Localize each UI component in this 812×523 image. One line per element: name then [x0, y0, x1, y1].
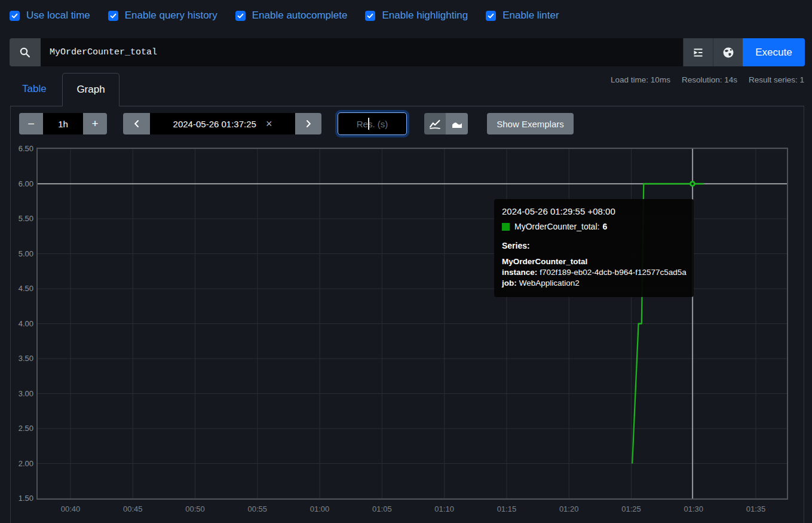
- x-tick-label: 00:55: [236, 504, 279, 513]
- tab-graph[interactable]: Graph: [62, 73, 119, 106]
- option-enable-linter[interactable]: Enable linter: [486, 10, 559, 22]
- x-tick-label: 00:40: [49, 504, 92, 513]
- chevron-right-icon: [304, 119, 313, 129]
- duration-control: − 1h +: [19, 113, 107, 134]
- resolution: Resolution: 14s: [682, 75, 737, 84]
- time-back-button[interactable]: [123, 113, 150, 134]
- y-tick-label: 6.00: [4, 179, 33, 188]
- x-tick-label: 00:45: [111, 504, 154, 513]
- end-time-value: 2024-05-26 01:37:25: [173, 119, 256, 129]
- check-icon: [487, 12, 495, 20]
- use-local-time-label: Use local time: [26, 10, 90, 22]
- decrease-range-button[interactable]: −: [19, 113, 43, 134]
- x-tick-label: 00:50: [174, 504, 217, 513]
- y-tick-label: 2.00: [4, 459, 33, 468]
- enable-autocomplete-checkbox[interactable]: [235, 11, 246, 21]
- text-caret: [368, 118, 369, 130]
- increase-range-button[interactable]: +: [83, 113, 107, 134]
- prometheus-graph-page: { "options": { "items": [ { "label": "Us…: [0, 0, 812, 523]
- y-tick-label: 5.00: [4, 249, 33, 258]
- globe-icon: [722, 47, 734, 59]
- line-chart-button[interactable]: [424, 113, 446, 134]
- x-tick-label: 01:10: [423, 504, 466, 513]
- options-row: Use local timeEnable query historyEnable…: [10, 10, 559, 22]
- metrics-explorer-icon: [693, 47, 704, 58]
- hover-tooltip: 2024-05-26 01:29:55 +08:00 MyOrderCounte…: [494, 199, 694, 297]
- tooltip-series-text: MyOrderCounter_total:: [514, 222, 599, 231]
- tooltip-labels: instance:f702f189-eb02-4dcb-b964-f12577c…: [502, 267, 686, 289]
- enable-highlighting-label: Enable highlighting: [382, 10, 468, 22]
- resolution-control: [338, 112, 407, 135]
- metrics-explorer-button[interactable]: [683, 38, 713, 66]
- show-exemplars-button[interactable]: Show Exemplars: [487, 113, 574, 134]
- option-enable-autocomplete[interactable]: Enable autocomplete: [235, 10, 348, 22]
- tooltip-timestamp: 2024-05-26 01:29:55 +08:00: [502, 206, 686, 216]
- line-chart-icon: [429, 119, 441, 129]
- chart-type-toggle: [424, 113, 468, 134]
- globe-button[interactable]: [713, 38, 743, 66]
- check-icon: [11, 12, 19, 20]
- x-tick-label: 01:20: [547, 504, 590, 513]
- enable-query-history-checkbox[interactable]: [108, 11, 118, 21]
- tooltip-label-row: instance:f702f189-eb02-4dcb-b964-f12577c…: [502, 267, 686, 278]
- y-tick-label: 4.00: [4, 319, 33, 328]
- time-forward-button[interactable]: [295, 113, 321, 134]
- enable-linter-label: Enable linter: [502, 10, 559, 22]
- search-addon: [10, 38, 41, 66]
- tooltip-series-heading: Series:: [502, 241, 686, 250]
- tooltip-label-row: job:WebApplication2: [502, 278, 686, 289]
- y-tick-label: 2.50: [4, 424, 33, 433]
- option-enable-highlighting[interactable]: Enable highlighting: [365, 10, 468, 22]
- tooltip-series-name: MyOrderCounter_total: [502, 256, 686, 267]
- enable-autocomplete-label: Enable autocomplete: [252, 10, 348, 22]
- tooltip-value-row: MyOrderCounter_total: 6: [502, 222, 686, 231]
- y-tick-label: 4.50: [4, 284, 33, 293]
- query-stats: Load time: 10ms Resolution: 14s Result s…: [611, 75, 804, 84]
- check-icon: [109, 12, 117, 20]
- x-tick-label: 01:05: [360, 504, 403, 513]
- enable-highlighting-checkbox[interactable]: [365, 11, 375, 21]
- y-tick-label: 1.50: [4, 494, 33, 503]
- check-icon: [237, 12, 244, 20]
- query-bar: Execute: [10, 38, 805, 66]
- x-tick-label: 01:30: [672, 504, 715, 513]
- y-tick-label: 3.00: [4, 389, 33, 398]
- use-local-time-checkbox[interactable]: [10, 11, 20, 21]
- search-icon: [19, 47, 31, 59]
- resolution-input[interactable]: [338, 112, 407, 135]
- end-time-control: 2024-05-26 01:37:25 ×: [123, 113, 321, 134]
- stacked-chart-icon: [451, 119, 463, 129]
- enable-query-history-label: Enable query history: [125, 10, 217, 22]
- x-tick-label: 01:00: [298, 504, 341, 513]
- tab-table[interactable]: Table: [22, 83, 47, 95]
- option-enable-query-history[interactable]: Enable query history: [108, 10, 217, 22]
- y-tick-label: 5.50: [4, 214, 33, 223]
- check-icon: [366, 12, 374, 20]
- enable-linter-checkbox[interactable]: [486, 11, 496, 21]
- query-input[interactable]: [41, 38, 683, 66]
- option-use-local-time[interactable]: Use local time: [10, 10, 90, 22]
- end-time-input[interactable]: 2024-05-26 01:37:25 ×: [150, 113, 295, 134]
- x-tick-label: 01:35: [734, 504, 777, 513]
- stacked-chart-button[interactable]: [446, 113, 468, 134]
- series-color-swatch: [502, 223, 510, 231]
- tooltip-value: 6: [602, 222, 607, 231]
- execute-button[interactable]: Execute: [743, 38, 805, 66]
- y-tick-label: 3.50: [4, 354, 33, 363]
- x-tick-label: 01:15: [485, 504, 528, 513]
- clear-time-icon[interactable]: ×: [266, 118, 272, 129]
- range-value[interactable]: 1h: [43, 113, 83, 134]
- x-tick-label: 01:25: [609, 504, 652, 513]
- y-tick-label: 6.50: [4, 144, 33, 153]
- result-series: Result series: 1: [749, 75, 804, 84]
- chevron-left-icon: [132, 119, 142, 129]
- load-time: Load time: 10ms: [611, 75, 670, 84]
